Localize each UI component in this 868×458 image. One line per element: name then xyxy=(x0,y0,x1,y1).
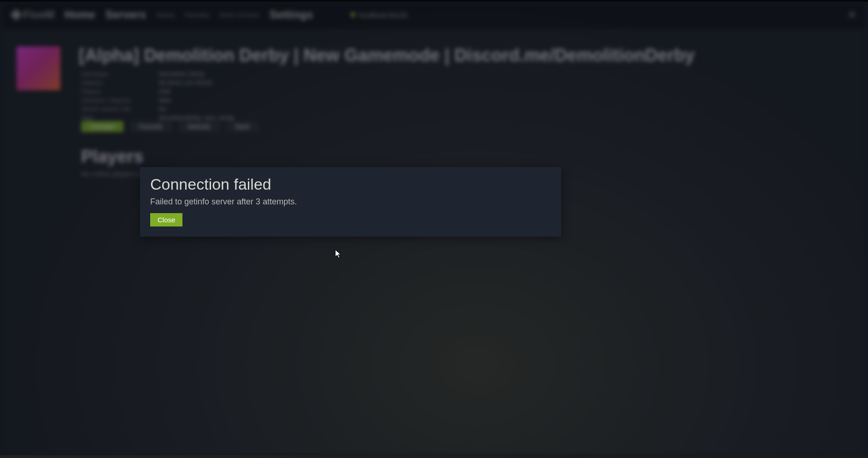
close-button[interactable]: Close xyxy=(150,213,182,226)
dialog-title: Connection failed xyxy=(150,175,551,193)
taskbar-hint xyxy=(0,455,868,458)
dialog-message: Failed to getinfo server after 3 attempt… xyxy=(150,197,551,207)
connection-failed-dialog: Connection failed Failed to getinfo serv… xyxy=(140,167,561,237)
